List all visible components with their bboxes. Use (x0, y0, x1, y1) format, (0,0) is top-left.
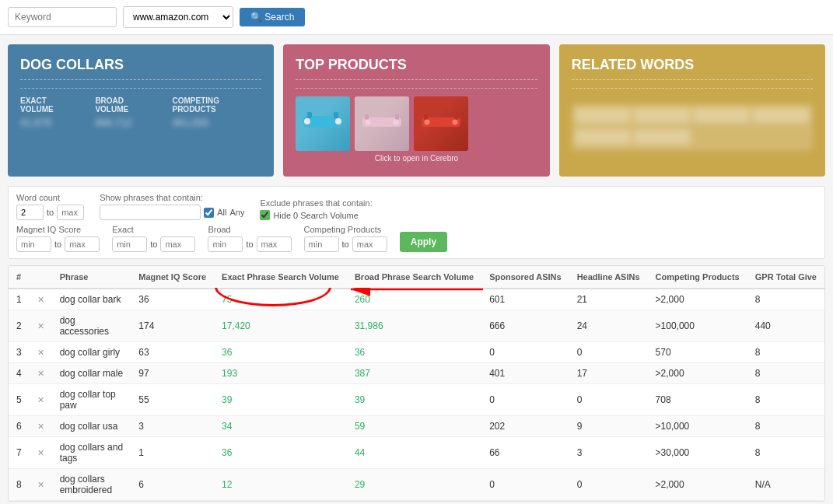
cell-competing: 570 (648, 342, 747, 363)
competing-label: Competing Products (304, 225, 387, 234)
cell-magnet-iq: 6 (131, 469, 214, 501)
exact-min[interactable] (112, 236, 147, 252)
cell-x: ✕ (30, 310, 52, 342)
svg-point-8 (366, 120, 371, 125)
exclude-inputs: Hide 0 Search Volume (260, 210, 372, 220)
domain-select[interactable]: www.amazon.com www.amazon.co.uk www.amaz… (123, 6, 233, 28)
competing-min[interactable] (304, 236, 339, 252)
exact-max[interactable] (160, 236, 195, 252)
col-exact: Exact Phrase Search Volume (214, 266, 347, 289)
cell-headline: 0 (569, 469, 648, 501)
cell-broad: 29 (347, 469, 481, 501)
cell-phrase: dog accessories (52, 310, 131, 342)
word-count-label: Word count (16, 193, 84, 202)
top-products-title: TOP PRODUCTS (296, 57, 537, 80)
col-broad: Broad Phrase Search Volume (347, 266, 481, 289)
cell-competing: >2,000 (648, 363, 747, 384)
remove-button[interactable]: ✕ (37, 395, 44, 404)
cell-broad: 260 (347, 289, 481, 310)
cell-gpr: 8 (747, 363, 824, 384)
all-any-group: All Any (204, 208, 244, 218)
remove-button[interactable]: ✕ (37, 348, 44, 357)
word-count-group: Word count to (16, 193, 84, 220)
cell-gpr: 8 (747, 289, 824, 310)
col-phrase: Phrase (52, 266, 131, 289)
magnet-iq-min[interactable] (16, 236, 51, 252)
search-button[interactable]: Search (240, 8, 305, 26)
stat-exact: EXACT VOLUME 41,879 (20, 96, 79, 128)
keyword-input[interactable] (8, 7, 117, 27)
cell-magnet-iq: 63 (131, 342, 214, 363)
cell-phrase: dog collar male (52, 363, 131, 384)
remove-button[interactable]: ✕ (37, 295, 44, 304)
cell-competing: >100,000 (648, 310, 747, 342)
hide-zero-label: Hide 0 Search Volume (273, 211, 358, 220)
remove-button[interactable]: ✕ (37, 369, 44, 378)
remove-button[interactable]: ✕ (37, 448, 44, 457)
cell-exact: 36 (214, 437, 347, 469)
svg-rect-12 (454, 114, 458, 120)
cell-num: 1 (9, 289, 30, 310)
cell-exact: 12 (214, 469, 347, 501)
all-label: All (217, 208, 226, 217)
cell-broad: 36 (347, 342, 481, 363)
cell-competing: >30,000 (648, 437, 747, 469)
hide-zero-checkbox[interactable] (260, 210, 270, 220)
cell-magnet-iq: 55 (131, 384, 214, 416)
cell-gpr: 8 (747, 342, 824, 363)
product-img-3[interactable] (414, 96, 468, 151)
cell-exact: 34 (214, 416, 347, 437)
col-gpr: GPR Total Give (747, 266, 824, 289)
cell-exact: 39 (214, 384, 347, 416)
cell-gpr: 8 (747, 437, 824, 469)
competing-max[interactable] (352, 236, 387, 252)
word-count-min[interactable] (16, 205, 44, 220)
cell-exact: 193 (214, 363, 347, 384)
table-row: 5 ✕ dog collar top paw 55 39 39 0 0 708 … (9, 384, 824, 416)
cell-exact: 75 (214, 289, 347, 310)
svg-rect-7 (395, 114, 399, 120)
table-row: 6 ✕ dog collar usa 3 34 59 202 9 >10,000… (9, 416, 824, 437)
all-checkbox[interactable] (204, 208, 214, 218)
cell-magnet-iq: 1 (131, 437, 214, 469)
apply-button[interactable]: Apply (400, 232, 447, 252)
svg-rect-11 (424, 114, 428, 120)
table-row: 2 ✕ dog accessories 174 17,420 31,986 66… (9, 310, 824, 342)
cell-x: ✕ (30, 384, 52, 416)
cell-sponsored: 202 (481, 416, 569, 437)
cell-sponsored: 601 (481, 289, 569, 310)
remove-button[interactable]: ✕ (37, 321, 44, 331)
cell-phrase: dog collar usa (52, 416, 131, 437)
broad-to: to (246, 240, 253, 249)
cell-broad: 39 (347, 384, 481, 416)
cell-num: 6 (9, 416, 30, 437)
word-count-to: to (47, 208, 54, 217)
cell-headline: 0 (569, 342, 648, 363)
word-count-max[interactable] (57, 205, 84, 220)
broad-label: Broad (208, 225, 291, 234)
cell-headline: 21 (569, 289, 648, 310)
broad-max[interactable] (257, 236, 292, 252)
cell-magnet-iq: 36 (131, 289, 214, 310)
cell-exact: 17,420 (214, 310, 347, 342)
magnet-iq-max[interactable] (65, 236, 100, 252)
cell-x: ✕ (30, 469, 52, 501)
competing-to: to (342, 240, 349, 249)
cell-sponsored: 0 (481, 342, 569, 363)
table-header: # Phrase Magnet IQ Score Exact Phrase Se… (9, 266, 824, 289)
exclude-label: Exclude phrases that contain: (260, 198, 372, 208)
filter-bottom-row: Magnet IQ Score to Exact to Broad to (16, 225, 817, 252)
remove-button[interactable]: ✕ (37, 422, 44, 431)
svg-point-4 (335, 118, 341, 124)
col-headline: Headline ASINs (569, 266, 648, 289)
remove-button[interactable]: ✕ (37, 480, 44, 489)
product-img-1[interactable] (296, 96, 350, 151)
svg-rect-1 (307, 112, 312, 118)
cell-x: ✕ (30, 363, 52, 384)
show-phrases-input[interactable] (100, 205, 201, 220)
cell-num: 5 (9, 384, 30, 416)
product-img-2[interactable] (355, 96, 409, 151)
broad-min[interactable] (208, 236, 243, 252)
apply-container: Apply (400, 232, 447, 252)
table-row: 8 ✕ dog collars embroidered 6 12 29 0 0 … (9, 469, 824, 501)
